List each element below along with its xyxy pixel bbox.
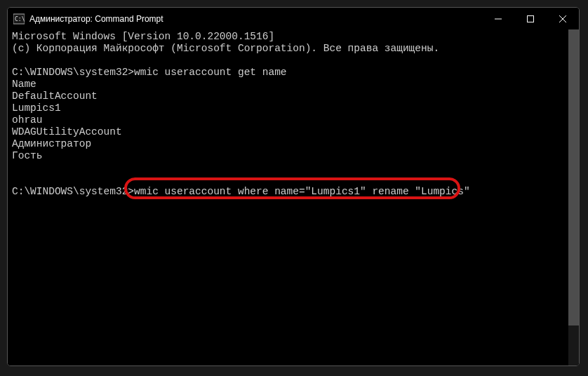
titlebar[interactable]: C:\ Администратор: Command Prompt	[8, 8, 579, 29]
output-line	[12, 55, 575, 67]
prompt-line: C:\WINDOWS\system32>wmic useraccount whe…	[12, 186, 575, 198]
output-line: Гость	[12, 150, 575, 162]
output-line: Администратор	[12, 138, 575, 150]
output-line: Name	[12, 79, 575, 90]
command-prompt-window: C:\ Администратор: Command Prompt Micros…	[7, 7, 580, 366]
svg-text:C:\: C:\	[15, 16, 25, 22]
output-line: Lumpics1	[12, 102, 575, 114]
output-line: DefaultAccount	[12, 90, 575, 102]
output-line: C:\WINDOWS\system32>wmic useraccount get…	[12, 67, 575, 79]
output-line: (c) Корпорация Майкрософт (Microsoft Cor…	[12, 43, 575, 55]
window-controls	[482, 8, 579, 29]
close-button[interactable]	[547, 8, 579, 29]
scrollbar[interactable]	[568, 29, 579, 365]
output-line: ohrau	[12, 114, 575, 126]
scrollbar-thumb[interactable]	[568, 29, 579, 325]
terminal-output[interactable]: Microsoft Windows [Version 10.0.22000.15…	[8, 29, 579, 365]
maximize-button[interactable]	[514, 8, 547, 29]
svg-rect-3	[528, 15, 534, 22]
cmd-icon: C:\	[13, 13, 25, 25]
output-line: WDAGUtilityAccount	[12, 126, 575, 138]
minimize-button[interactable]	[482, 8, 514, 29]
output-line	[12, 174, 575, 186]
window-title: Администратор: Command Prompt	[29, 14, 482, 24]
output-line: Microsoft Windows [Version 10.0.22000.15…	[12, 31, 575, 43]
output-line	[12, 162, 575, 174]
